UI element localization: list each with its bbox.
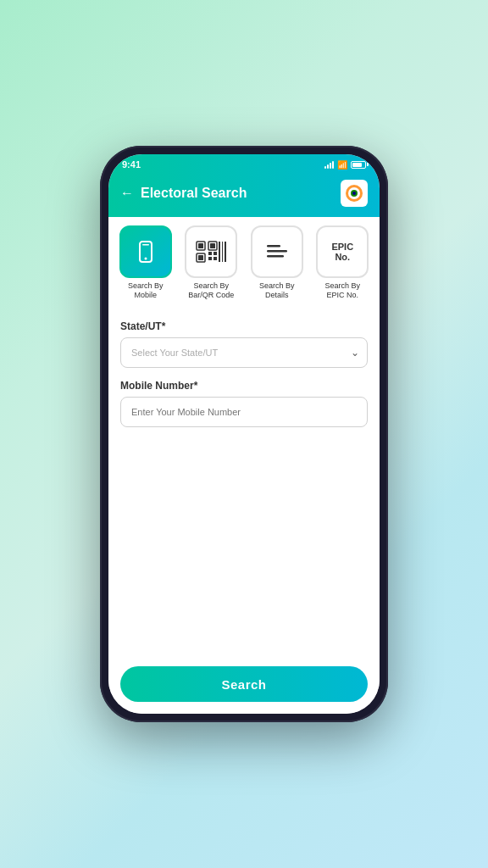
phone-shell: 9:41 📶 ← Electoral Search <box>100 146 388 722</box>
tab-search-details[interactable]: Search ByDetails <box>247 225 308 300</box>
tab-search-mobile[interactable]: Search ByMobile <box>115 225 176 300</box>
phone-screen: 9:41 📶 ← Electoral Search <box>108 154 380 714</box>
header-left: ← Electoral Search <box>120 186 247 201</box>
wifi-icon: 📶 <box>337 160 347 170</box>
header-title: Electoral Search <box>141 186 247 201</box>
tab-label-mobile: Search ByMobile <box>128 281 164 300</box>
tab-icon-qr <box>185 225 237 278</box>
tab-search-barqr[interactable]: Search ByBar/QR Code <box>181 225 242 300</box>
app-logo <box>341 180 368 207</box>
status-bar: 9:41 📶 <box>108 154 380 173</box>
svg-rect-15 <box>208 257 212 260</box>
mobile-label: Mobile Number* <box>120 380 368 392</box>
svg-rect-14 <box>214 252 217 255</box>
status-time: 9:41 <box>122 159 141 170</box>
svg-rect-20 <box>267 245 280 248</box>
svg-rect-19 <box>225 242 226 262</box>
tab-label-epic: Search ByEPIC No. <box>324 281 360 300</box>
svg-rect-17 <box>219 242 220 262</box>
svg-rect-12 <box>210 243 215 248</box>
svg-rect-21 <box>267 250 287 253</box>
state-select[interactable]: Select Your State/UT <box>120 337 368 368</box>
tab-icon-epic: EPIC No. <box>316 225 369 278</box>
svg-rect-13 <box>208 252 212 255</box>
mobile-input[interactable] <box>120 397 368 427</box>
svg-rect-18 <box>222 242 223 262</box>
battery-icon <box>351 161 366 169</box>
bottom-bar: Search <box>108 658 380 714</box>
state-select-wrapper: Select Your State/UT ⌄ <box>120 337 368 368</box>
tab-icon-mobile <box>119 225 172 278</box>
tab-search-epic[interactable]: EPIC No. Search ByEPIC No. <box>313 225 374 300</box>
svg-rect-6 <box>142 244 149 246</box>
form-content: State/UT* Select Your State/UT ⌄ Mobile … <box>108 309 380 658</box>
tab-icon-details <box>251 225 303 278</box>
tab-label-details: Search ByDetails <box>259 281 295 300</box>
svg-rect-8 <box>198 243 203 248</box>
svg-rect-10 <box>198 255 203 260</box>
tab-label-barqr: Search ByBar/QR Code <box>188 281 234 300</box>
state-label: State/UT* <box>120 320 368 332</box>
search-button[interactable]: Search <box>120 666 368 702</box>
svg-point-3 <box>352 192 356 195</box>
app-header: ← Electoral Search <box>108 173 380 217</box>
signal-icon <box>324 160 334 169</box>
svg-rect-16 <box>214 257 217 260</box>
tab-bar: Search ByMobile <box>108 217 380 309</box>
svg-point-5 <box>144 258 147 260</box>
back-button[interactable]: ← <box>120 186 134 201</box>
status-icons: 📶 <box>324 160 366 170</box>
svg-rect-22 <box>267 255 284 258</box>
